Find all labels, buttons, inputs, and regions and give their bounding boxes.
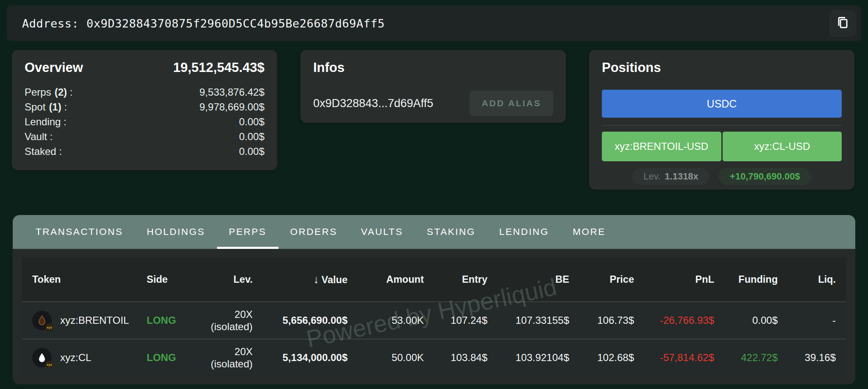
overview-row-staked: Staked : 0.00$	[25, 144, 264, 159]
row-value: 0.00$	[239, 129, 264, 144]
infos-card: Infos 0x9D328843...7d69Aff5 ADD ALIAS	[300, 50, 566, 123]
overview-breakdown: Perps(2) : 9,533,876.42$ Spot(1) : 9,978…	[25, 85, 264, 159]
tab-holdings[interactable]: HOLDINGS	[135, 215, 217, 249]
col-price[interactable]: Price	[569, 274, 634, 285]
be-cell: 103.92104$	[487, 352, 569, 364]
amount-cell: 53.00K	[348, 315, 424, 326]
spot-position-button-usdc[interactable]: USDC	[602, 90, 842, 118]
leverage-cell: 20X(isolated)	[210, 308, 253, 333]
tab-transactions[interactable]: TRANSACTIONS	[24, 215, 135, 249]
col-amount[interactable]: Amount	[348, 274, 424, 285]
liq-cell: 39.16$	[778, 352, 836, 364]
table-row-cl[interactable]: xyz xyz:CL LONG 20X(isolated) 5,134,000.…	[22, 339, 846, 376]
perps-table: Token Side Lev. ↓Value Amount Entry BE P…	[22, 257, 846, 376]
tab-vaults[interactable]: VAULTS	[349, 215, 415, 249]
positions-title: Positions	[602, 60, 842, 75]
perp-position-button-brentoil[interactable]: xyz:BRENTOIL-USD	[602, 132, 721, 161]
col-be[interactable]: BE	[487, 274, 569, 285]
pnl-cell: -26,766.93$	[634, 315, 714, 326]
entry-cell: 103.84$	[424, 352, 487, 364]
funding-cell: 422.72$	[714, 352, 778, 364]
liq-cell: -	[778, 315, 836, 326]
pnl-cell: -57,814.62$	[634, 352, 714, 364]
table-row-brentoil[interactable]: xyz xyz:BRENTOIL LONG 20X(isolated) 5,65…	[22, 301, 846, 339]
summary-cards-row: Overview 19,512,545.43$ Perps(2) : 9,533…	[12, 50, 858, 190]
col-pnl[interactable]: PnL	[634, 274, 714, 285]
row-count: (1)	[49, 101, 61, 113]
tab-bar: TRANSACTIONS HOLDINGS PERPS ORDERS VAULT…	[13, 215, 855, 249]
overview-row-lending: Lending : 0.00$	[25, 114, 264, 129]
leverage-value: 1.1318x	[665, 171, 698, 182]
value-cell: 5,656,690.00$	[253, 315, 348, 326]
overview-total-value: 19,512,545.43$	[173, 60, 265, 75]
infos-title: Infos	[313, 60, 553, 75]
side-value: LONG	[147, 315, 210, 326]
unrealized-pnl-badge: +10,790,690.00$	[719, 168, 811, 185]
row-value: 9,533,876.42$	[200, 85, 264, 99]
row-label: Lending	[25, 116, 61, 127]
leverage-label: Lev.	[643, 171, 660, 182]
sort-desc-icon: ↓	[314, 273, 319, 286]
wallet-address: Address:0x9D32884370875f2960D5CC4b95Be26…	[22, 17, 385, 30]
price-cell: 106.73$	[569, 315, 634, 326]
overview-row-vault: Vault : 0.00$	[25, 129, 264, 144]
xyz-badge: xyz	[45, 323, 53, 331]
leverage-badge: Lev.1.1318x	[632, 168, 709, 185]
perps-table-header: Token Side Lev. ↓Value Amount Entry BE P…	[22, 257, 846, 301]
row-count: (2)	[55, 86, 67, 98]
copy-icon	[835, 15, 850, 32]
address-label: Address:	[22, 17, 79, 30]
overview-row-spot: Spot(1) : 9,978,669.00$	[25, 99, 264, 114]
col-liq[interactable]: Liq.	[778, 274, 836, 285]
overview-title: Overview	[25, 60, 83, 75]
price-cell: 102.68$	[569, 352, 634, 364]
leverage-cell: 20X(isolated)	[210, 345, 253, 370]
overview-row-perps: Perps(2) : 9,533,876.42$	[25, 85, 264, 99]
row-label: Perps	[25, 86, 51, 98]
add-alias-button[interactable]: ADD ALIAS	[470, 91, 553, 116]
token-cell: xyz xyz:CL	[32, 348, 147, 367]
tab-orders[interactable]: ORDERS	[278, 215, 349, 249]
perps-panel: Powered by Hyperliquid Token Side Lev. ↓…	[13, 249, 855, 384]
address-value: 0x9D32884370875f2960D5CC4b95Be26687d69Af…	[86, 17, 385, 30]
be-cell: 107.33155$	[487, 315, 569, 326]
col-funding[interactable]: Funding	[714, 274, 778, 285]
address-bar: Address:0x9D32884370875f2960D5CC4b95Be26…	[7, 6, 861, 41]
row-label: Spot	[25, 101, 45, 113]
tab-more[interactable]: MORE	[561, 215, 618, 249]
tab-staking[interactable]: STAKING	[415, 215, 487, 249]
perp-position-button-cl[interactable]: xyz:CL-USD	[723, 132, 842, 161]
copy-address-button[interactable]	[829, 10, 856, 37]
row-value: 0.00$	[239, 114, 264, 129]
main-panel: TRANSACTIONS HOLDINGS PERPS ORDERS VAULT…	[13, 215, 855, 384]
tab-perps[interactable]: PERPS	[217, 215, 278, 249]
oil-drop-dark-icon: xyz	[32, 311, 52, 330]
token-name: xyz:CL	[60, 352, 91, 364]
short-address: 0x9D328843...7d69Aff5	[313, 97, 433, 110]
row-label: Staked	[25, 146, 56, 157]
col-entry[interactable]: Entry	[424, 274, 487, 285]
funding-cell: 0.00$	[714, 315, 778, 326]
row-label: Vault	[25, 131, 47, 142]
row-value: 0.00$	[239, 144, 264, 159]
tab-lending[interactable]: LENDING	[487, 215, 561, 249]
overview-card: Overview 19,512,545.43$ Perps(2) : 9,533…	[12, 50, 277, 170]
token-name: xyz:BRENTOIL	[60, 315, 129, 326]
positions-divider	[602, 125, 842, 126]
side-value: LONG	[147, 352, 210, 364]
oil-drop-white-icon: xyz	[32, 348, 52, 367]
col-value[interactable]: ↓Value	[253, 273, 348, 286]
value-cell: 5,134,000.00$	[253, 352, 348, 364]
amount-cell: 50.00K	[348, 352, 424, 364]
positions-card: Positions USDC xyz:BRENTOIL-USD xyz:CL-U…	[589, 50, 854, 190]
col-lev[interactable]: Lev.	[210, 274, 253, 285]
col-side[interactable]: Side	[147, 274, 210, 285]
row-value: 9,978,669.00$	[200, 99, 264, 114]
col-token[interactable]: Token	[32, 274, 147, 285]
xyz-badge: xyz	[45, 361, 53, 369]
token-cell: xyz xyz:BRENTOIL	[32, 311, 147, 330]
entry-cell: 107.24$	[424, 315, 487, 326]
